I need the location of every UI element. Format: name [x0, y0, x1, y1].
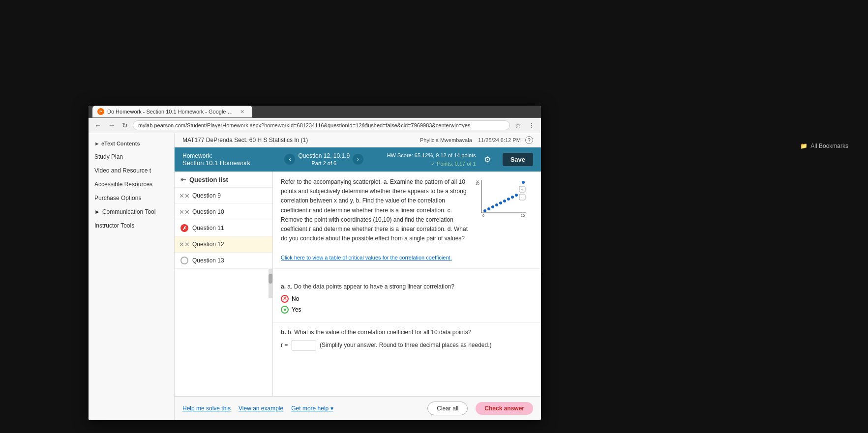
browser-window: P Do Homework - Section 10.1 Homework - …: [89, 106, 541, 420]
question-text: Refer to the accompanying scatterplot. a…: [281, 177, 469, 262]
option-yes-label: Yes: [292, 306, 301, 313]
q10-label: Question 10: [192, 208, 224, 215]
help-solve-button[interactable]: Help me solve this: [182, 405, 231, 412]
part-b-equation-row: r = (Simplify your answer. Round to thre…: [281, 341, 533, 350]
homework-nav: ‹ Question 12, 10.1.9 Part 2 of 6 ›: [269, 152, 379, 167]
more-help-button[interactable]: Get more help ▾: [291, 405, 333, 412]
question-content: Refer to the accompanying scatterplot. a…: [273, 172, 541, 396]
svg-text:10: 10: [521, 214, 525, 217]
tab-favicon: P: [97, 108, 104, 115]
svg-point-8: [487, 207, 490, 210]
folder-icon: 📁: [800, 143, 808, 149]
sidebar-item-communication[interactable]: ► Communication Tool: [89, 205, 174, 219]
option-no-label: No: [292, 295, 299, 302]
sidebar-item-video[interactable]: Video and Resource t: [89, 164, 174, 177]
part-a-section: a. a. Do the data points appear to have …: [273, 277, 541, 323]
svg-point-7: [483, 209, 486, 212]
hw-score: HW Score: 65.12%, 9.12 of 14 points ✓ Po…: [387, 151, 476, 168]
q13-status-icon: [180, 257, 188, 264]
menu-button[interactable]: ⋮: [526, 120, 537, 130]
all-bookmarks-row[interactable]: 📁 All Bookmarks: [800, 143, 848, 149]
r-value-input[interactable]: [292, 341, 316, 350]
part-label: Part 2 of 6: [298, 160, 350, 167]
address-bar[interactable]: mylab.pearson.com/Student/PlayerHomework…: [133, 120, 510, 130]
tab-title: Do Homework - Section 10.1 Homework - Go…: [107, 109, 235, 115]
save-button[interactable]: Save: [503, 153, 533, 166]
sidebar-item-study-plan[interactable]: Study Plan: [89, 150, 174, 164]
q11-status-icon: ✗: [180, 224, 188, 232]
scrollbar-track[interactable]: [269, 269, 272, 298]
reload-button[interactable]: ↻: [120, 120, 130, 130]
svg-point-10: [495, 203, 498, 206]
bookmarks-button[interactable]: ☆: [513, 120, 523, 130]
close-tab-icon[interactable]: ✕: [240, 109, 244, 115]
all-bookmarks-label: All Bookmarks: [810, 143, 848, 149]
user-info: Phylicia Mwembavala 11/25/24 6:12 PM ?: [420, 136, 533, 144]
hw-score-text: HW Score: 65.12%, 9.12 of 14 points: [387, 151, 476, 160]
question-instruction: Refer to the accompanying scatterplot. a…: [281, 177, 469, 243]
svg-point-12: [503, 200, 506, 202]
sidebar-item-purchase[interactable]: Purchase Options: [89, 191, 174, 205]
sidebar-item-etext[interactable]: ► eText Contents: [89, 137, 174, 150]
homework-title: Homework: Section 10.1 Homework: [182, 152, 261, 167]
homework-header: Homework: Section 10.1 Homework ‹ Questi…: [175, 147, 541, 172]
question-item-12[interactable]: ✕✕ Question 12: [175, 236, 272, 253]
option-yes[interactable]: ★ Yes: [281, 306, 533, 314]
scatterplot-container: y 10 x 0 10: [474, 177, 533, 262]
lms-sidebar: ► eText Contents Study Plan Video and Re…: [89, 133, 175, 420]
prev-question-button[interactable]: ‹: [284, 154, 295, 165]
svg-text:-: -: [521, 195, 522, 200]
part-b-section: b. b. What is the value of the correlati…: [273, 323, 541, 356]
question-list-panel: ⇤ Question list ✕✕ Question 9 ✕✕ Questio…: [175, 172, 273, 396]
scatterplot-svg: y 10 x 0 10: [474, 177, 528, 219]
svg-point-9: [491, 205, 494, 208]
homework-label: Homework:: [182, 152, 261, 159]
next-question-button[interactable]: ›: [353, 154, 363, 165]
collapse-button[interactable]: ⇤: [180, 175, 186, 183]
svg-text:10: 10: [476, 182, 479, 185]
scroll-area: [175, 269, 272, 298]
question-number: Question 12, 10.1.9: [298, 152, 350, 160]
forward-button[interactable]: →: [106, 120, 117, 130]
tab-bar: P Do Homework - Section 10.1 Homework - …: [89, 106, 541, 118]
part-b-label: b. b. What is the value of the correlati…: [281, 329, 533, 336]
back-button[interactable]: ←: [92, 120, 103, 130]
date-label: 11/25/24 6:12 PM: [478, 137, 521, 143]
view-example-button[interactable]: View an example: [239, 405, 283, 412]
content-area: ⇤ Question list ✕✕ Question 9 ✕✕ Questio…: [175, 172, 541, 396]
question-item-10[interactable]: ✕✕ Question 10: [175, 204, 272, 220]
no-radio-icon: ✕: [281, 295, 289, 303]
simplify-note: (Simplify your answer. Round to three de…: [320, 342, 492, 348]
svg-point-11: [499, 202, 502, 204]
help-circle-icon[interactable]: ?: [525, 136, 533, 144]
question-text-area: Refer to the accompanying scatterplot. a…: [273, 172, 541, 269]
question-item-13[interactable]: Question 13: [175, 253, 272, 269]
question-item-11[interactable]: ✗ Question 11: [175, 220, 272, 236]
address-bar-row: ← → ↻ mylab.pearson.com/Student/PlayerHo…: [89, 118, 541, 133]
q11-label: Question 11: [192, 225, 224, 231]
svg-text:0: 0: [482, 214, 484, 217]
critical-values-link[interactable]: Click here to view a table of critical v…: [281, 255, 452, 260]
scrollbar-thumb[interactable]: [269, 274, 272, 284]
settings-icon[interactable]: ⚙: [484, 155, 491, 164]
sidebar-item-instructor[interactable]: Instructor Tools: [89, 219, 174, 232]
q10-status-icon: ✕✕: [180, 208, 188, 216]
course-label: MAT177 DePrenda Sect. 60 H S Statistics …: [182, 137, 308, 144]
svg-text:+: +: [521, 187, 523, 192]
yes-radio-icon: ★: [281, 306, 289, 314]
sidebar-item-accessible[interactable]: Accessible Resources: [89, 177, 174, 191]
svg-point-14: [511, 196, 514, 199]
course-bar: MAT177 DePrenda Sect. 60 H S Statistics …: [175, 133, 541, 147]
lms-layout: ► eText Contents Study Plan Video and Re…: [89, 133, 541, 420]
question-list-header: ⇤ Question list: [175, 172, 272, 188]
active-tab[interactable]: P Do Homework - Section 10.1 Homework - …: [92, 106, 252, 117]
option-no[interactable]: ✕ No: [281, 295, 533, 303]
q12-label: Question 12: [192, 241, 224, 248]
clear-all-button[interactable]: Clear all: [427, 402, 468, 415]
check-answer-button[interactable]: Check answer: [476, 402, 533, 415]
svg-point-15: [515, 194, 518, 197]
question-list-title: Question list: [189, 176, 228, 183]
q13-label: Question 13: [192, 257, 224, 264]
question-item-9[interactable]: ✕✕ Question 9: [175, 188, 272, 204]
section-title: Section 10.1 Homework: [182, 159, 261, 167]
